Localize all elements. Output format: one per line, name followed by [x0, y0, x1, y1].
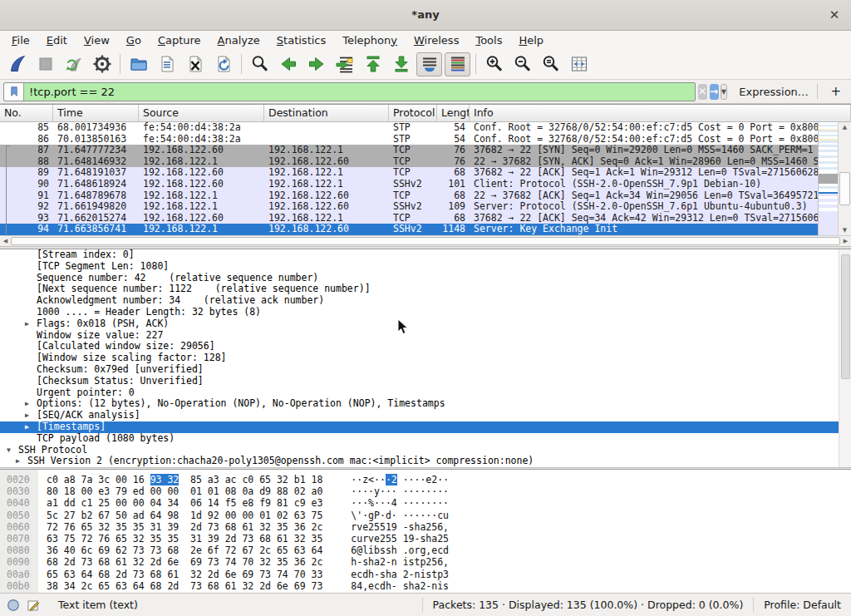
profile-label[interactable]: Profile: Default	[753, 598, 851, 611]
packet-row-86[interactable]: 8670.013850163fe:54:00:d4:38:2aSTP54Conf…	[0, 134, 851, 145]
expander-open-icon[interactable]: ▼	[7, 445, 11, 456]
start-capture-button[interactable]	[4, 52, 30, 76]
detail-line[interactable]: Urgent pointer: 0	[0, 387, 851, 399]
expression-button[interactable]: Expression…	[739, 86, 809, 98]
column-header-destination[interactable]: Destination	[264, 105, 389, 121]
close-capture-button[interactable]	[182, 52, 208, 76]
menu-capture[interactable]: Capture	[150, 32, 209, 48]
capture-options-button[interactable]	[89, 52, 115, 76]
column-header-source[interactable]: Source	[139, 105, 264, 121]
detail-line[interactable]: [Stream index: 0]	[0, 249, 851, 261]
detail-line[interactable]: [Checksum Status: Unverified]	[0, 376, 851, 387]
menu-file[interactable]: File	[3, 32, 38, 48]
display-filter-input[interactable]: !tcp.port == 22	[3, 82, 696, 101]
zoom-in-button[interactable]	[481, 52, 507, 76]
hex-row-0040[interactable]: 0040a1 dd c1 25 00 00 04 34 06 14 f5 e8 …	[0, 497, 851, 509]
detail-line[interactable]: ▶[Timestamps]	[0, 421, 851, 433]
details-vscrollbar[interactable]	[839, 249, 851, 467]
detail-line[interactable]: 1000 .... = Header Length: 32 bytes (8)	[0, 307, 851, 318]
packet-row-92[interactable]: 9271.661949820192.168.122.1192.168.122.6…	[0, 201, 851, 213]
filter-history-dropdown[interactable]: ▼	[721, 84, 728, 100]
detail-line[interactable]: Sequence number: 42 (relative sequence n…	[0, 273, 851, 284]
expander-closed-icon[interactable]: ▶	[25, 421, 29, 433]
vscroll-thumb[interactable]	[839, 172, 850, 205]
packet-row-89[interactable]: 8971.648191037192.168.122.60192.168.122.…	[0, 167, 851, 179]
packet-row-91[interactable]: 9171.648789678192.168.122.1192.168.122.6…	[0, 190, 851, 202]
menu-telephony[interactable]: Telephony	[334, 32, 406, 48]
detail-line[interactable]: [Next sequence number: 1122 (relative se…	[0, 283, 851, 295]
column-header-protocol[interactable]: Protocol	[389, 105, 437, 121]
reload-capture-button[interactable]	[210, 52, 236, 76]
go-forward-button[interactable]	[303, 52, 329, 76]
find-packet-button[interactable]	[247, 52, 273, 76]
close-icon[interactable]: ✕	[826, 7, 843, 24]
capture-comment-icon[interactable]	[27, 599, 40, 612]
expander-closed-icon[interactable]: ▶	[25, 410, 29, 421]
auto-scroll-toggle[interactable]	[416, 52, 442, 76]
hex-row-0050[interactable]: 00505c 27 b2 67 50 ad 64 98 1d 92 00 00 …	[0, 510, 851, 521]
packet-row-85[interactable]: 8568.001734936fe:54:00:d4:38:2aSTP54Conf…	[0, 122, 851, 134]
column-header-time[interactable]: Time	[53, 105, 139, 121]
expander-closed-icon[interactable]: ▶	[25, 398, 29, 410]
packet-row-90[interactable]: 9071.648618924192.168.122.60192.168.122.…	[0, 179, 851, 190]
detail-line[interactable]: Window size value: 227	[0, 330, 851, 342]
details-vscroll-thumb[interactable]	[841, 254, 850, 379]
column-header-no[interactable]: No.	[0, 105, 53, 121]
packet-list-hscrollbar[interactable]: ◀ ▶	[0, 235, 851, 246]
go-back-button[interactable]	[275, 52, 301, 76]
detail-line[interactable]: TCP payload (1080 bytes)	[0, 433, 851, 445]
hex-row-0060[interactable]: 006072 76 65 32 35 35 31 39 2d 73 68 61 …	[0, 521, 851, 533]
column-header-info[interactable]: Info	[470, 105, 851, 121]
menu-wireless[interactable]: Wireless	[406, 32, 467, 48]
hex-row-0020[interactable]: 0020c0 a8 7a 3c 00 16 93 32 85 a3 ac c0 …	[0, 474, 851, 485]
menu-statistics[interactable]: Statistics	[268, 32, 334, 48]
save-capture-button[interactable]	[154, 52, 180, 76]
menu-tools[interactable]: Tools	[467, 32, 510, 48]
detail-line[interactable]: ▼SSH Protocol	[0, 445, 851, 456]
packet-row-94[interactable]: 9471.663856741192.168.122.1192.168.122.6…	[0, 224, 851, 235]
menu-go[interactable]: Go	[118, 32, 150, 48]
packet-list-vscrollbar[interactable]: ▲ ▼	[838, 122, 851, 235]
filter-bookmark-button[interactable]	[4, 83, 24, 101]
expert-info-icon[interactable]	[7, 599, 20, 612]
zoom-out-button[interactable]	[509, 52, 535, 76]
zoom-reset-button[interactable]	[538, 52, 563, 76]
filter-clear-button[interactable]: ✕	[698, 84, 707, 100]
menu-view[interactable]: View	[76, 32, 118, 48]
go-first-packet-button[interactable]	[360, 52, 386, 76]
open-capture-button[interactable]	[125, 52, 151, 76]
packet-list-header[interactable]: No.TimeSourceDestinationProtocolLengthIn…	[0, 105, 851, 122]
scroll-up-icon[interactable]: ▲	[839, 122, 851, 132]
detail-line[interactable]: [Window size scaling factor: 128]	[0, 352, 851, 364]
detail-line[interactable]: Checksum: 0x79ed [unverified]	[0, 364, 851, 376]
go-to-packet-button[interactable]	[332, 52, 357, 76]
detail-line[interactable]: [TCP Segment Len: 1080]	[0, 261, 851, 273]
hscroll-thumb[interactable]	[11, 237, 840, 245]
scroll-down-icon[interactable]: ▼	[839, 225, 851, 235]
scroll-right-icon[interactable]: ▶	[840, 236, 851, 246]
stop-capture-button[interactable]	[32, 52, 58, 76]
expander-closed-icon[interactable]: ▶	[25, 318, 29, 330]
packet-row-88[interactable]: 8871.648146932192.168.122.1192.168.122.6…	[0, 156, 851, 168]
hex-row-00b0[interactable]: 00b038 34 2c 65 63 64 68 2d 73 68 61 32 …	[0, 580, 851, 592]
hex-row-0070[interactable]: 007063 75 72 76 65 32 35 35 31 39 2d 73 …	[0, 533, 851, 545]
menu-edit[interactable]: Edit	[38, 32, 76, 48]
packet-row-93[interactable]: 9371.662015274192.168.122.60192.168.122.…	[0, 213, 851, 224]
detail-line[interactable]: ▶Flags: 0x018 (PSH, ACK)	[0, 318, 851, 330]
resize-columns-button[interactable]	[566, 52, 592, 76]
hex-row-00a0[interactable]: 00a065 63 64 68 2d 73 68 61 32 2d 6e 69 …	[0, 569, 851, 580]
colorize-toggle[interactable]	[445, 52, 470, 76]
go-last-packet-button[interactable]	[388, 52, 414, 76]
hex-row-0090[interactable]: 009068 2d 73 68 61 32 2d 6e 69 73 74 70 …	[0, 556, 851, 568]
column-header-length[interactable]: Length	[437, 105, 470, 121]
menu-help[interactable]: Help	[510, 32, 552, 48]
menu-analyze[interactable]: Analyze	[209, 32, 268, 48]
intelligent-scrollbar-minimap[interactable]	[818, 122, 838, 235]
hex-row-0030[interactable]: 003080 18 00 e3 79 ed 00 00 01 01 08 0a …	[0, 485, 851, 497]
filter-add-button[interactable]: +	[825, 84, 846, 99]
packet-row-87[interactable]: 8771.647777234192.168.122.60192.168.122.…	[0, 145, 851, 156]
filter-apply-button[interactable]: →	[710, 84, 719, 100]
scroll-left-icon[interactable]: ◀	[0, 236, 11, 246]
detail-line[interactable]: [Calculated window size: 29056]	[0, 341, 851, 352]
detail-line[interactable]: ▶SSH Version 2 (encryption:chacha20-poly…	[0, 456, 851, 467]
